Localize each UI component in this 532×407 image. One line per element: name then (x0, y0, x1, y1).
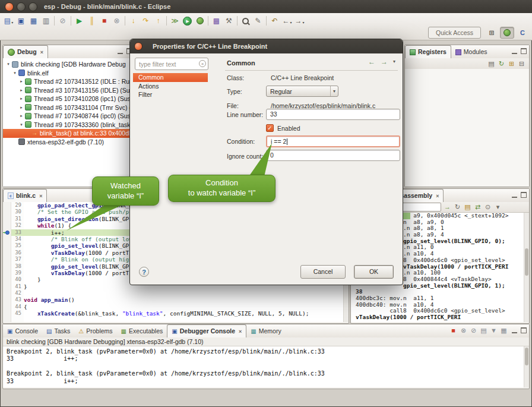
debug-tree-row[interactable]: xtensa-esp32-elf-gdb (7.10) (3, 138, 135, 147)
console-scrollbar[interactable] (524, 346, 529, 387)
add-register-group-icon[interactable]: ⊞ (506, 61, 517, 67)
debug-tree-row[interactable]: ▸Thread #6 1073431104 (Tmr Svc) (S (3, 103, 135, 112)
open-console-icon[interactable]: ▦ (499, 327, 509, 334)
step-return-button[interactable]: ↑ (152, 15, 164, 27)
suspend-button[interactable]: ║ (86, 15, 98, 27)
tab-debugger-console[interactable]: ▣Debugger Console× (167, 324, 246, 338)
clear-filter-icon[interactable]: × (199, 60, 206, 67)
ignore-count-field[interactable]: 0 (266, 150, 400, 161)
print-button[interactable]: ▥ (40, 15, 52, 27)
minimize-icon[interactable] (512, 327, 517, 333)
debug-tree-row[interactable]: ▾blink.elf (3, 69, 135, 78)
close-tab-icon[interactable]: × (239, 329, 242, 335)
last-edit-location-button[interactable]: ↶ (268, 15, 281, 27)
type-dropdown[interactable]: Regular ▾ (266, 86, 338, 97)
expand-icon[interactable]: ▸ (18, 113, 24, 118)
resume-button[interactable]: ▶ (73, 15, 86, 27)
tab-problems[interactable]: ⚠Problems (74, 325, 116, 337)
step-into-button[interactable]: ↓ (127, 15, 140, 27)
filter-input[interactable] (135, 58, 208, 70)
show-type-names-icon[interactable]: ▤ (486, 61, 496, 67)
refresh-icon[interactable]: ↻ (452, 204, 463, 210)
maximize-icon[interactable] (521, 48, 527, 54)
collapse-icon[interactable]: ▾ (12, 71, 18, 75)
new-wizard-button[interactable]: ▤▾ (2, 15, 15, 27)
debug-tree-row[interactable]: ▾Thread #9 1073433360 (blink_task (3, 121, 135, 130)
debug-tree-row[interactable]: ▸Thread #3 1073413156 (IDLE) (Susp (3, 86, 135, 95)
terminate-icon[interactable]: ■ (448, 327, 458, 334)
remove-all-launches-icon[interactable]: ⊘ (468, 327, 479, 334)
dialog-nav-common[interactable]: Common (133, 73, 208, 82)
dialog-nav-actions[interactable]: Actions (133, 82, 208, 91)
forward-button[interactable]: →▾ (293, 15, 306, 27)
close-tab-icon[interactable]: × (436, 193, 439, 199)
step-over-button[interactable]: ↷ (140, 15, 152, 27)
collapse-all-icon[interactable]: ⊟ (517, 61, 527, 67)
debug-tree-row[interactable]: →blink_task() at blink.c:33 0x400db (3, 129, 135, 138)
save-all-button[interactable]: ▦ (27, 15, 40, 27)
tab-debug[interactable]: Debug × (3, 45, 48, 59)
editor-line[interactable]: 43void app_main() (3, 296, 344, 303)
dialog-nav-filter[interactable]: Filter (133, 90, 208, 99)
cancel-button[interactable]: Cancel (300, 265, 346, 279)
skip-all-breakpoints-button[interactable]: ⊘ (56, 15, 69, 27)
minimize-icon[interactable] (118, 48, 123, 54)
run-button[interactable]: ▶ (181, 15, 194, 27)
build-button[interactable]: ⚒ (223, 15, 235, 27)
menu-icon[interactable]: ▾ (493, 204, 503, 210)
window-minimize-button[interactable] (17, 2, 26, 11)
dropdown-icon[interactable]: ▾ (393, 59, 395, 64)
tab-console[interactable]: ▣Console (3, 325, 42, 337)
save-button[interactable]: ▣ (15, 15, 27, 27)
disassembly-scrollbar[interactable] (524, 213, 529, 322)
scroll-lock-icon[interactable]: ▼ (489, 327, 499, 334)
show-source-icon[interactable]: ▤ (463, 204, 473, 210)
clear-console-icon[interactable]: ▤ (479, 327, 489, 334)
forward-icon[interactable]: → (381, 58, 388, 65)
debug-tree-row[interactable]: ▸Thread #7 1073408744 (ipc0) (Susp (3, 112, 135, 121)
new-cpp-project-button[interactable]: ▩ (210, 15, 223, 27)
quick-access-button[interactable]: Quick Access (428, 27, 481, 39)
condition-field[interactable]: i == 2 (266, 135, 400, 147)
debug-button[interactable] (194, 15, 206, 27)
window-maximize-button[interactable] (28, 2, 37, 11)
refresh-icon[interactable]: ↻ (496, 61, 506, 67)
tab-memory[interactable]: ▦Memory (246, 325, 285, 337)
annotation-button[interactable]: ✎ (252, 15, 264, 27)
expand-icon[interactable]: ▸ (18, 105, 24, 110)
scrollbar-thumb[interactable] (525, 248, 528, 276)
enabled-checkbox[interactable]: ✓ (266, 124, 274, 132)
editor-line[interactable]: 42 (3, 290, 344, 296)
track-expression-icon[interactable]: ⊙ (483, 204, 493, 210)
debug-tree-row[interactable]: ▸Thread #2 1073413512 (IDLE : Runn (3, 77, 135, 86)
disassembly-line[interactable]: vTaskDelay(1000 / portTICK_PERI (356, 314, 524, 321)
remove-launch-icon[interactable]: ⊗ (458, 327, 468, 334)
maximize-icon[interactable] (521, 327, 527, 333)
home-icon[interactable]: → (442, 204, 452, 210)
debug-tree-row[interactable]: ▸Thread #5 1073410208 (ipc1) (Susp (3, 94, 135, 103)
line-number-field[interactable]: 33 (266, 109, 400, 120)
open-perspective-button[interactable]: ⊞ (484, 27, 499, 39)
collapse-icon[interactable]: ▾ (5, 62, 11, 67)
help-button[interactable]: ? (139, 267, 149, 277)
disconnect-button[interactable]: ⊗ (110, 15, 123, 27)
tab-registers[interactable]: Registers (405, 45, 451, 59)
terminate-button[interactable]: ■ (98, 15, 110, 27)
collapse-icon[interactable]: ▾ (18, 122, 24, 127)
expand-icon[interactable]: ▸ (18, 79, 24, 84)
editor-line[interactable]: 45 xTaskCreate(&blink_task, "blink_task"… (3, 310, 344, 317)
editor-line[interactable]: 44{ (3, 304, 344, 310)
back-button[interactable]: ←▾ (281, 15, 293, 27)
minimize-icon[interactable] (512, 48, 517, 54)
ok-button[interactable]: OK (354, 265, 394, 279)
close-tab-icon[interactable]: × (39, 193, 42, 199)
debug-perspective-button[interactable] (500, 27, 514, 39)
debug-tree-row[interactable]: ▾blink checking [GDB Hardware Debug (3, 60, 135, 69)
maximize-icon[interactable] (521, 192, 527, 198)
expand-icon[interactable]: ▸ (18, 96, 24, 101)
minimize-icon[interactable] (512, 192, 517, 198)
tab-executables[interactable]: ▦Executables (117, 325, 167, 337)
instruction-stepping-button[interactable]: ≫ (169, 15, 181, 27)
expand-icon[interactable]: ▸ (18, 88, 24, 93)
tab-blink-c[interactable]: c blink.c × (3, 189, 47, 203)
